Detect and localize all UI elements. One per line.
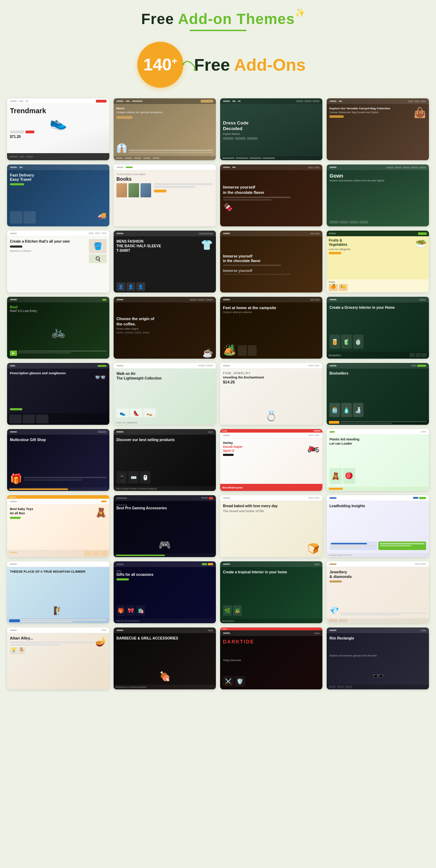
theme-card-camp[interactable]: Feel at home at the campsite Camp is wha… (220, 297, 322, 359)
theme-card-dress-code[interactable]: Dress CodeDecoded Explore fashion (220, 98, 322, 160)
theme-card-reef[interactable]: Reef Reef 3.0 Low Entry 🚲 ▶ (7, 297, 109, 359)
gift-shop-icon: 🎁 (10, 473, 22, 485)
fruits-icon: 🥗 (415, 238, 427, 277)
ducati-icon: 🏍️ (307, 441, 320, 481)
theme-card-kitchen[interactable]: Create a Kitchen that's all your own Kit… (7, 231, 109, 293)
altari-title: Altari Alley... (10, 636, 93, 640)
theme-card-gown[interactable]: Gown Modern and timeless clothes from th… (327, 164, 429, 226)
theme-card-altari[interactable]: Altari Alley... 💡 🪑 🪔 (7, 627, 109, 689)
theme-card-rim[interactable]: Rim Rectangle Modern and timeless glasse… (327, 627, 429, 689)
books-label: +5,000 books in one place (116, 173, 213, 175)
theme-card-tropical[interactable]: Create a tropical Interior in your home … (220, 561, 322, 623)
theme-card-baby-toys[interactable]: Best baby Toyslet all Box 🧸 Kidtoo (7, 495, 109, 557)
chocolate-icon: 🍫 (223, 203, 320, 212)
theme-card-grocery-bestsellers[interactable]: Bestsellers 🫙 🧴 🍶 (327, 363, 429, 425)
dress-code-title: Dress CodeDecoded (223, 120, 320, 131)
camp-lantern-icon: 🏕️ (223, 343, 236, 356)
theme-card-chocolate[interactable]: Immerse yourselfin the chocolate flavor … (220, 164, 322, 226)
page-wrapper: Free Add-on Themes ✨ 140+ (0, 0, 436, 700)
theme-card-ducati[interactable]: Harley. Ducati SuperSport S 🏍️ Best Moto… (220, 429, 322, 491)
plastic-kid-title: Plastic kid standingLet can Loader (329, 438, 426, 446)
theme-card-trendmark[interactable]: Trendmark 👟 $71.20 (7, 98, 109, 160)
theme-card-gaming[interactable]: Gaming Best Pro Gaming Accessories 🎮 (114, 495, 216, 557)
grocery-interior-title: Create a Grocery Interior in your Home (329, 305, 426, 310)
header-title: Free Add-on Themes (141, 11, 295, 27)
svg-point-0 (182, 63, 184, 65)
camp-title: Feel at home at the campsite (223, 305, 320, 310)
theme-card-books[interactable]: +5,000 books in one place Books (114, 164, 216, 226)
header-free: Free (141, 11, 174, 27)
jewellery-ring-icon: 💎 (329, 606, 339, 615)
tropical-bestsellers: Bestsellers (222, 620, 320, 622)
baby-toys-title: Best baby Toyslet all Box (10, 507, 93, 515)
theme-card-darktide[interactable]: DARKTIDE Today Discounts ⚔️ 🛡️ (220, 627, 322, 689)
chocolate2-title: Immerse yourselfin the chocolate flavor (223, 254, 320, 263)
theme-card-mens-fashion[interactable]: MENS FASHIONTHE BASIC HALF-SLEEVET-SHIRT… (114, 231, 216, 293)
theme-card-fruits[interactable]: Fruits &Vegetables Love our categories 🥗… (327, 231, 429, 293)
theme-card-carrybag[interactable]: Explore Our Versatile Carryoll Bag Colle… (327, 98, 429, 160)
theme-card-chocolate2[interactable]: Immerse yourselfin the chocolate flavor … (220, 231, 322, 293)
altari-lamp-icon: 🪔 (95, 636, 107, 687)
gaming-title: Best Pro Gaming Accessories (116, 506, 213, 510)
walk-on-air-footer: Love our categories (114, 420, 216, 425)
books-title: Books (116, 176, 213, 182)
badge-number: 140 (143, 56, 172, 73)
menci-tagline: Unique clothes for special occasions (116, 111, 213, 114)
menci-fashion-icon: 👔 (116, 143, 127, 153)
menci-brand: Menci (116, 107, 213, 110)
jewelry-ring-brand: FINE JEWELRY (223, 371, 320, 375)
ducati-subtitle: Ducati SuperSport S (223, 445, 305, 453)
best-selling-footer: Get a Super Power of Home Keeping (116, 487, 214, 490)
coffee-icon: ☕ (114, 347, 216, 359)
badge-plus: + (172, 56, 177, 66)
camp-subtitle: Camp is what you deserve (223, 311, 320, 313)
gifty-title: Gifts for all occasions (116, 572, 213, 577)
theme-card-jewellery[interactable]: Jewellery& diamonds 💎 (327, 561, 429, 623)
bakery-icon: 🍞 (223, 543, 320, 554)
header-underline (190, 30, 246, 31)
mountain-icon: 🧗 (10, 606, 107, 615)
ducati-title: Harley. (223, 441, 305, 445)
bakery-title: Bread baked with love every day (223, 504, 320, 508)
carrybag-icon: 👜 (414, 107, 426, 157)
theme-card-bbq[interactable]: BARBECUE & GRILL ACCESSORIES 🍖 Barbecue … (114, 627, 216, 689)
theme-card-walk-on-air[interactable]: Walk on AirThe Lightweight Collection 👟 … (114, 363, 216, 425)
theme-card-leadholding[interactable]: Leadholding Insights Ch (327, 495, 429, 557)
trendmark-title: Trendmark (10, 107, 107, 115)
theme-card-best-selling[interactable]: Discover our best selling products 📱 ⌨️ … (114, 429, 216, 491)
mens-fashion-title: MENS FASHIONTHE BASIC HALF-SLEEVET-SHIRT (116, 239, 199, 278)
darktide-label: Today Discounts (223, 659, 320, 661)
theme-card-jewelry-ring[interactable]: FINE JEWELRY Unveiling the Enchantment $… (220, 363, 322, 425)
spark-decoration: ✨ (295, 8, 305, 18)
theme-card-gifty[interactable]: Gifty Gifts for all occasions 🎁 🎀 🛍️ Gif… (114, 561, 216, 623)
theme-card-gift-shop[interactable]: Multicolour Gift Shop 🎁 (7, 429, 109, 491)
carrybag-subtitle: Canvas Weekender Bag Durable And Stylish (329, 111, 412, 114)
fast-delivery-title: Fast DeliveryEasy Travel (10, 173, 107, 181)
chocolate2-repeat: Immerse yourself (223, 269, 320, 273)
theme-card-bakery[interactable]: Bread baked with love every day The brea… (220, 495, 322, 557)
dress-code-subtitle: Explore fashion (223, 133, 320, 135)
darktide-title: DARKTIDE (223, 639, 320, 644)
glasses-icon: 👓 (94, 371, 107, 410)
leadholding-title: Leadholding Insights (329, 504, 426, 508)
theme-card-glasses[interactable]: Prescription glasses and sunglasses 👓 (7, 363, 109, 425)
kitchen-title: Create a Kitchen that's all your own (10, 239, 87, 244)
trendmark-shoe-icon: 👟 (10, 114, 107, 131)
rim-subtitle: Modern and timeless glasses from the bes… (329, 654, 426, 657)
bbq-footer: Barbecue & Grill Accesories (116, 686, 214, 688)
arrow-svg (180, 57, 197, 71)
coffee-subtitle: Finest coffee origins (116, 328, 213, 330)
gifty-footer: Gifts for all occasions (116, 620, 214, 622)
theme-card-fast-delivery[interactable]: Fast DeliveryEasy Travel 🚚 (7, 164, 109, 226)
addons-word: Add-Ons (230, 56, 306, 74)
grocery-bestsellers-title: Bestsellers (329, 371, 426, 375)
theme-card-mountain[interactable]: THEESE PLACE OF A TRUE MOUNTAIN CLIMBER … (7, 561, 109, 623)
gown-title: Gown (329, 173, 426, 179)
theme-card-menci[interactable]: Menci Unique clothes for special occasio… (114, 98, 216, 160)
theme-card-plastic-kid[interactable]: Plastic kid standingLet can Loader 🧸 🪀 (327, 429, 429, 491)
gaming-label: Gaming (116, 504, 213, 506)
chocolate-title: Immerse yourselfin the chocolate flavor (223, 185, 320, 195)
leadholding-footer: Change Begins At Home (329, 554, 427, 556)
theme-card-coffee[interactable]: Choose the origin ofthe coffee. Finest c… (114, 297, 216, 359)
theme-card-grocery-interior[interactable]: Create a Grocery Interior in your Home 🥫… (327, 297, 429, 359)
